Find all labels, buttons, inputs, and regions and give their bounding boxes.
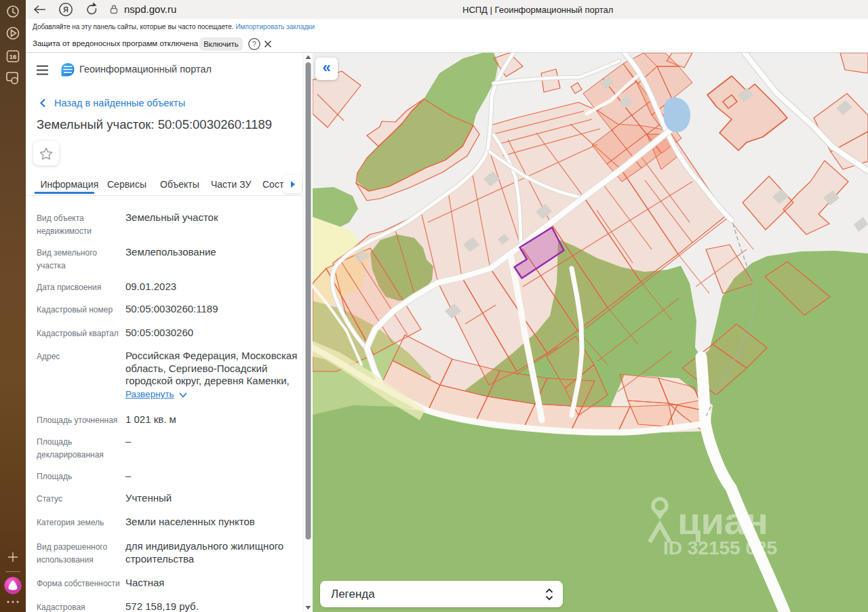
svg-text:Я: Я <box>63 5 68 14</box>
svg-text:ID 32155 025: ID 32155 025 <box>663 537 777 558</box>
svg-text:циан: циан <box>677 499 768 542</box>
svg-text:?: ? <box>252 40 256 48</box>
svg-text:16: 16 <box>9 53 17 60</box>
